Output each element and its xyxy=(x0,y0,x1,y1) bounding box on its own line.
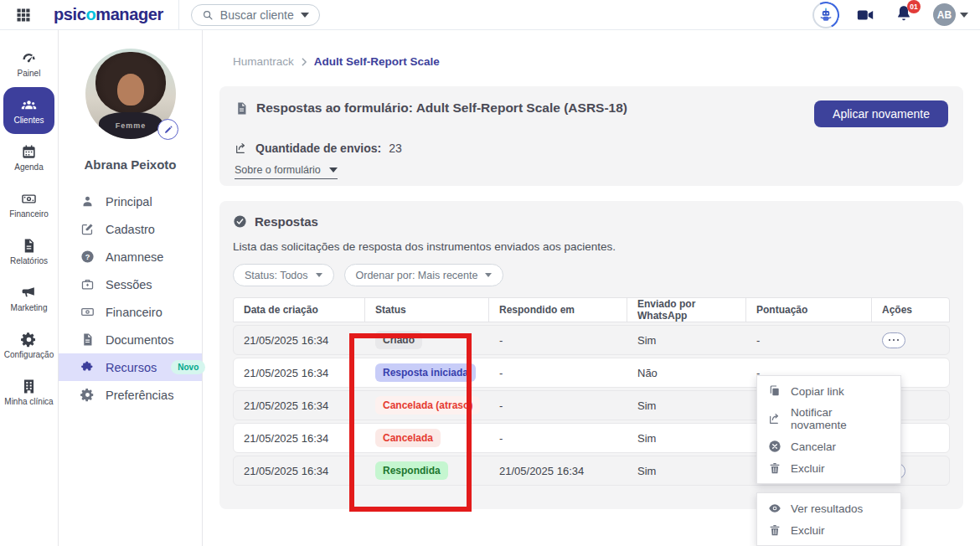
logo-o: o xyxy=(85,5,95,23)
briefcase-icon xyxy=(80,277,95,291)
sends-label: Quantidade de envios: xyxy=(255,142,381,155)
cell-responded: - xyxy=(489,432,627,445)
menu-item-excluir[interactable]: Excluir xyxy=(757,519,900,541)
robot-icon xyxy=(818,7,834,23)
breadcrumb: Humantrack Adult Self-Report Scale xyxy=(233,55,440,68)
menu-item-excluir[interactable]: Excluir xyxy=(757,457,900,479)
menu-item-label: Excluir xyxy=(791,524,825,537)
client-menu-recursos[interactable]: Recursos Novo xyxy=(59,353,202,381)
header-data-criacao: Data de criação xyxy=(234,298,365,322)
assistant-robot-button[interactable] xyxy=(812,2,839,28)
breadcrumb-parent[interactable]: Humantrack xyxy=(233,55,294,68)
order-filter[interactable]: Ordenar por: Mais recente xyxy=(344,264,504,286)
client-menu-label: Principal xyxy=(106,195,152,209)
client-menu-sessoes[interactable]: Sessões xyxy=(59,270,202,298)
money-icon xyxy=(21,191,37,207)
check-circle-icon xyxy=(233,214,247,229)
person-icon xyxy=(80,194,95,209)
client-menu-principal[interactable]: Principal xyxy=(59,188,202,215)
photo-torso: Femme xyxy=(99,112,162,139)
status-filter-label: Status: Todos xyxy=(245,270,308,281)
menu-item-copiar-link[interactable]: Copiar link xyxy=(757,380,900,402)
client-menu-label: Financeiro xyxy=(106,306,162,319)
menu-item-label: Copiar link xyxy=(791,385,844,398)
edit-icon xyxy=(80,222,95,236)
cell-responded: - xyxy=(489,334,627,347)
cell-date: 21/05/2025 16:34 xyxy=(234,465,365,477)
question-icon: ? xyxy=(80,250,95,264)
client-search[interactable]: Buscar cliente xyxy=(191,4,320,26)
user-menu[interactable]: AB xyxy=(933,3,968,26)
cell-date: 21/05/2025 16:34 xyxy=(234,432,365,445)
app-grid-icon[interactable] xyxy=(15,7,32,23)
client-menu-label: Cadastro xyxy=(106,223,155,236)
sidebar-item-relatorios[interactable]: Relatórios xyxy=(3,228,54,275)
search-placeholder: Buscar cliente xyxy=(220,8,294,22)
status-badge: Respondida xyxy=(375,461,448,480)
chevron-down-icon xyxy=(316,273,322,277)
calendar-icon xyxy=(21,144,37,160)
money-icon xyxy=(80,305,95,319)
video-call-icon[interactable] xyxy=(856,6,874,24)
client-menu-preferencias[interactable]: Preferências xyxy=(59,381,202,409)
sidebar-item-minha-clinica[interactable]: Minha clínica xyxy=(3,368,54,415)
apply-again-button[interactable]: Aplicar novamente xyxy=(814,100,948,127)
cell-whatsapp: Sim xyxy=(627,399,746,412)
client-panel: Femme Abrana Peixoto Principal Cadastro … xyxy=(59,30,203,546)
client-menu-documentos[interactable]: Documentos xyxy=(59,326,202,353)
cell-whatsapp: Não xyxy=(627,367,746,379)
row-actions-menu: Copiar link Notificar novamente Cancelar… xyxy=(756,375,901,484)
menu-item-cancelar[interactable]: Cancelar xyxy=(757,435,900,457)
sidebar-label: Painel xyxy=(18,69,41,78)
form-card-title: Respostas ao formulário: Adult Self-Repo… xyxy=(256,100,627,116)
sidebar-item-painel[interactable]: Painel xyxy=(3,40,54,87)
puzzle-icon xyxy=(80,360,95,374)
main-sidebar: Painel Clientes Agenda Financeiro Relató… xyxy=(0,30,59,546)
top-bar: psicomanager Buscar cliente 01 AB xyxy=(0,0,980,30)
sends-value: 23 xyxy=(389,142,402,155)
sidebar-item-marketing[interactable]: Marketing xyxy=(3,275,54,322)
sidebar-label: Minha clínica xyxy=(4,397,53,406)
order-filter-label: Ordenar por: Mais recente xyxy=(356,270,478,281)
sidebar-item-financeiro[interactable]: Financeiro xyxy=(3,181,54,228)
header-whatsapp: Enviado por WhatsApp xyxy=(627,298,746,322)
shirt-text: Femme xyxy=(116,121,147,130)
trash-icon xyxy=(768,523,781,537)
cell-score: - xyxy=(746,334,872,347)
cell-responded: - xyxy=(489,399,627,412)
logo-text-2: manager xyxy=(95,5,163,23)
share-icon xyxy=(768,412,781,425)
status-badge: Criado xyxy=(375,331,422,349)
client-menu-cadastro[interactable]: Cadastro xyxy=(59,215,202,243)
sidebar-item-configuracao[interactable]: Configuração xyxy=(3,322,54,368)
cell-whatsapp: Sim xyxy=(627,432,746,445)
psicomanager-logo[interactable]: psicomanager xyxy=(54,5,163,24)
edit-photo-button[interactable] xyxy=(157,119,178,140)
chevron-right-icon xyxy=(301,58,307,66)
clients-icon xyxy=(21,97,37,113)
status-badge: Cancelada (atraso) xyxy=(375,396,480,415)
search-icon xyxy=(202,9,214,21)
status-filter[interactable]: Status: Todos xyxy=(233,264,334,286)
sidebar-item-clientes[interactable]: Clientes xyxy=(3,87,54,134)
pencil-icon xyxy=(163,125,173,135)
header-respondido-em: Respondido em xyxy=(489,298,627,322)
client-menu-financeiro[interactable]: Financeiro xyxy=(59,298,202,326)
report-icon xyxy=(21,238,37,254)
chevron-down-icon xyxy=(485,273,492,277)
menu-item-notificar-novamente[interactable]: Notificar novamente xyxy=(757,402,900,435)
client-menu-label: Sessões xyxy=(106,278,152,291)
sidebar-item-agenda[interactable]: Agenda xyxy=(3,134,54,181)
menu-item-ver-resultados[interactable]: Ver resultados xyxy=(757,497,900,519)
header-pontuacao: Pontuação xyxy=(746,298,872,322)
cell-whatsapp: Sim xyxy=(627,334,746,347)
novo-badge: Novo xyxy=(171,360,205,374)
about-form-label: Sobre o formulário xyxy=(235,164,321,176)
cell-date: 21/05/2025 16:34 xyxy=(234,399,365,412)
chevron-down-icon xyxy=(960,13,968,18)
client-menu-anamnese[interactable]: ? Anamnese xyxy=(59,243,202,270)
about-form-link[interactable]: Sobre o formulário xyxy=(235,164,338,179)
notifications-button[interactable]: 01 xyxy=(895,4,913,26)
row-actions-button[interactable] xyxy=(882,332,905,348)
header-acoes: Ações xyxy=(872,298,949,322)
